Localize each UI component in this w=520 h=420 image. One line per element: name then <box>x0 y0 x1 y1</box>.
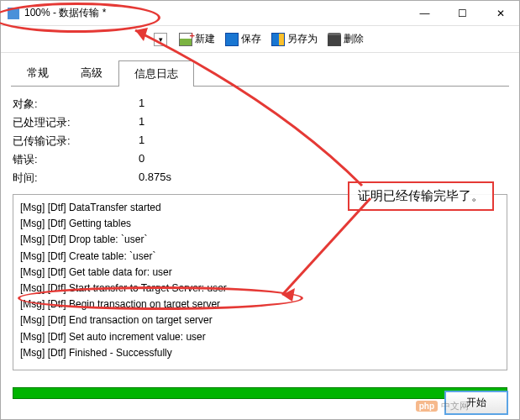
annotation-callout: 证明已经传输完毕了。 <box>348 181 494 211</box>
watermark-text: 中文网 <box>441 400 469 412</box>
save-button[interactable]: 保存 <box>222 30 265 48</box>
stats-grid: 对象: 1 已处理记录: 1 已传输记录: 1 错误: 0 时间: 0.875s <box>13 97 507 186</box>
delete-label: 删除 <box>344 32 364 46</box>
annotation-text: 证明已经传输完毕了。 <box>358 188 484 202</box>
app-icon <box>8 8 19 19</box>
saveas-icon <box>271 33 285 46</box>
toolbar: ▾ 新建 保存 另存为 删除 <box>1 26 519 53</box>
log-line: [Msg] [Dtf] Begin transaction on target … <box>20 297 500 312</box>
new-button[interactable]: 新建 <box>176 30 218 48</box>
log-output[interactable]: [Msg] [Dtf] DataTransfer started [Msg] [… <box>13 194 507 370</box>
save-icon <box>225 33 239 46</box>
new-label: 新建 <box>195 32 215 46</box>
processed-label: 已处理记录: <box>13 115 139 130</box>
log-line: [Msg] [Dtf] Create table: `user` <box>20 249 500 265</box>
time-label: 时间: <box>13 171 139 186</box>
delete-icon <box>328 33 341 46</box>
log-line: [Msg] [Dtf] End transaction on target se… <box>20 312 500 328</box>
dropdown-toggle[interactable]: ▾ <box>154 33 167 46</box>
tabs: 常规 高级 信息日志 <box>11 60 509 87</box>
processed-value: 1 <box>139 115 507 130</box>
transferred-label: 已传输记录: <box>13 134 139 149</box>
titlebar: 100% - 数据传输 * — ☐ ✕ <box>1 1 519 26</box>
watermark: php 中文网 <box>416 400 469 412</box>
minimize-button[interactable]: — <box>406 1 444 26</box>
log-line: [Msg] [Dtf] Finished - Successfully <box>20 345 500 361</box>
log-line: [Msg] [Dtf] Drop table: `user` <box>20 232 500 248</box>
log-line: [Msg] [Dtf] Set auto increment value: us… <box>20 329 500 345</box>
content-pane: 对象: 1 已处理记录: 1 已传输记录: 1 错误: 0 时间: 0.875s… <box>1 87 519 381</box>
error-value: 0 <box>139 152 507 167</box>
saveas-button[interactable]: 另存为 <box>268 30 321 48</box>
object-label: 对象: <box>13 97 139 112</box>
delete-button[interactable]: 删除 <box>324 30 367 48</box>
tab-general[interactable]: 常规 <box>11 60 65 86</box>
saveas-label: 另存为 <box>287 32 318 46</box>
tab-log[interactable]: 信息日志 <box>118 60 194 87</box>
save-label: 保存 <box>241 32 261 46</box>
window-controls: — ☐ ✕ <box>406 1 519 26</box>
error-label: 错误: <box>13 152 139 167</box>
transferred-value: 1 <box>139 134 507 149</box>
tabs-container: 常规 高级 信息日志 <box>1 53 519 87</box>
close-button[interactable]: ✕ <box>481 1 519 26</box>
window-title: 100% - 数据传输 * <box>24 6 406 20</box>
maximize-button[interactable]: ☐ <box>444 1 481 26</box>
watermark-logo: php <box>416 401 438 412</box>
log-line: [Msg] [Dtf] Getting tables <box>20 216 500 232</box>
new-icon <box>179 33 192 46</box>
log-line: [Msg] [Dtf] Get table data for: user <box>20 265 500 281</box>
tab-advanced[interactable]: 高级 <box>65 60 118 86</box>
object-value: 1 <box>139 97 507 112</box>
log-line: [Msg] [Dtf] Start transfer to Target Ser… <box>20 281 500 297</box>
app-window: 100% - 数据传输 * — ☐ ✕ ▾ 新建 保存 另存为 删除 常规 高级 <box>0 0 520 420</box>
